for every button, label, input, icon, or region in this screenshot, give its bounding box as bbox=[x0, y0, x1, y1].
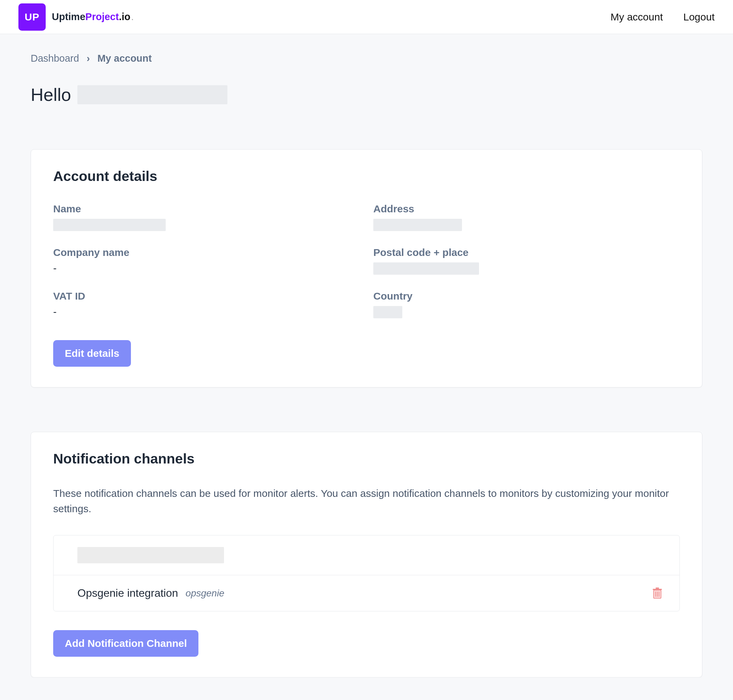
account-details-grid: Name Address Company name - Postal code … bbox=[53, 203, 680, 320]
label-country: Country bbox=[373, 290, 680, 302]
value-company: - bbox=[53, 262, 360, 274]
value-vat: - bbox=[53, 306, 360, 318]
label-name: Name bbox=[53, 203, 360, 215]
breadcrumb-current: My account bbox=[97, 53, 152, 64]
logo-part1: Uptime bbox=[52, 11, 85, 22]
channel-row: Opsgenie integration opsgenie bbox=[53, 575, 680, 611]
field-country: Country bbox=[373, 290, 680, 320]
account-details-card: Account details Name Address Company nam… bbox=[31, 149, 702, 387]
hello-row: Hello bbox=[0, 64, 733, 105]
value-name-redacted bbox=[53, 219, 166, 231]
nav-my-account[interactable]: My account bbox=[611, 11, 663, 23]
logo-dot: . bbox=[131, 11, 134, 22]
top-nav: My account Logout bbox=[611, 11, 715, 23]
label-company: Company name bbox=[53, 247, 360, 258]
add-notification-channel-button[interactable]: Add Notification Channel bbox=[53, 630, 199, 657]
topbar: UP UptimeProject.io. My account Logout bbox=[0, 0, 733, 34]
breadcrumb-sep: › bbox=[87, 53, 90, 64]
channel-row bbox=[53, 535, 680, 575]
svg-rect-1 bbox=[653, 588, 662, 590]
svg-rect-2 bbox=[656, 588, 659, 589]
logo[interactable]: UP UptimeProject.io. bbox=[18, 3, 134, 31]
edit-details-button[interactable]: Edit details bbox=[53, 340, 131, 367]
logo-text: UptimeProject.io. bbox=[52, 11, 134, 22]
field-vat: VAT ID - bbox=[53, 290, 360, 320]
value-country-redacted bbox=[373, 306, 402, 318]
field-company: Company name - bbox=[53, 247, 360, 276]
breadcrumb-dashboard[interactable]: Dashboard bbox=[31, 53, 79, 64]
hello-name-redacted bbox=[77, 85, 227, 104]
channel-list: Opsgenie integration opsgenie bbox=[53, 535, 680, 612]
channel-type: opsgenie bbox=[185, 588, 224, 599]
value-postal-redacted bbox=[373, 262, 479, 275]
logo-part2: Project bbox=[85, 11, 119, 22]
nav-logout[interactable]: Logout bbox=[683, 11, 715, 23]
account-details-title: Account details bbox=[53, 168, 680, 184]
field-postal: Postal code + place bbox=[373, 247, 680, 276]
label-vat: VAT ID bbox=[53, 290, 360, 302]
page-title: Hello bbox=[31, 85, 71, 105]
notification-channels-card: Notification channels These notification… bbox=[31, 432, 702, 678]
label-address: Address bbox=[373, 203, 680, 215]
channel-name-redacted bbox=[77, 547, 224, 563]
breadcrumb: Dashboard › My account bbox=[0, 34, 733, 64]
label-postal: Postal code + place bbox=[373, 247, 680, 258]
field-address: Address bbox=[373, 203, 680, 232]
notification-description: These notification channels can be used … bbox=[53, 486, 680, 516]
notification-channels-title: Notification channels bbox=[53, 451, 680, 467]
field-name: Name bbox=[53, 203, 360, 232]
logo-badge: UP bbox=[18, 3, 46, 31]
logo-part3: .io bbox=[119, 11, 131, 22]
value-address-redacted bbox=[373, 219, 462, 231]
trash-icon[interactable] bbox=[652, 588, 662, 599]
channel-name: Opsgenie integration bbox=[77, 587, 178, 600]
